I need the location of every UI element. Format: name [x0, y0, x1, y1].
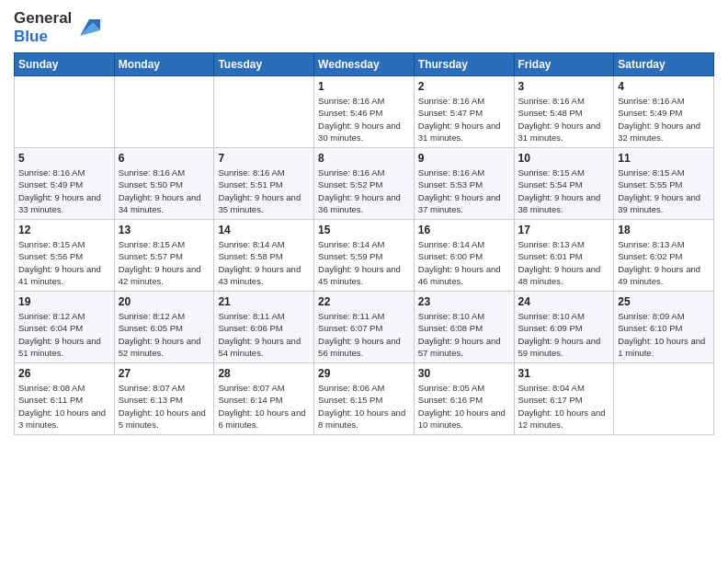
- calendar-cell: 18Sunrise: 8:13 AMSunset: 6:02 PMDayligh…: [614, 220, 714, 292]
- calendar-header: SundayMondayTuesdayWednesdayThursdayFrid…: [15, 53, 714, 76]
- day-number: 25: [618, 295, 710, 308]
- day-info: Sunrise: 8:16 AMSunset: 5:53 PMDaylight:…: [418, 167, 510, 215]
- day-info: Sunrise: 8:12 AMSunset: 6:05 PMDaylight:…: [119, 310, 210, 359]
- calendar-cell: 24Sunrise: 8:10 AMSunset: 6:09 PMDayligh…: [514, 292, 614, 363]
- calendar-cell: 23Sunrise: 8:10 AMSunset: 6:08 PMDayligh…: [414, 292, 514, 363]
- week-row-2: 12Sunrise: 8:15 AMSunset: 5:56 PMDayligh…: [15, 220, 714, 292]
- day-info: Sunrise: 8:08 AMSunset: 6:11 PMDaylight:…: [18, 382, 110, 431]
- day-info: Sunrise: 8:14 AMSunset: 6:00 PMDaylight:…: [418, 238, 510, 287]
- day-info: Sunrise: 8:06 AMSunset: 6:15 PMDaylight:…: [318, 382, 410, 431]
- day-number: 3: [518, 80, 610, 93]
- day-number: 21: [218, 295, 310, 308]
- day-number: 22: [318, 295, 410, 308]
- day-number: 16: [418, 224, 510, 236]
- day-number: 29: [318, 367, 410, 380]
- day-number: 23: [418, 295, 510, 308]
- calendar-cell: 14Sunrise: 8:14 AMSunset: 5:58 PMDayligh…: [214, 220, 314, 292]
- day-info: Sunrise: 8:16 AMSunset: 5:48 PMDaylight:…: [518, 95, 610, 144]
- weekday-header-wednesday: Wednesday: [314, 53, 415, 76]
- calendar-cell: 31Sunrise: 8:04 AMSunset: 6:17 PMDayligh…: [514, 363, 614, 435]
- day-number: 24: [518, 295, 610, 308]
- calendar-cell: 8Sunrise: 8:16 AMSunset: 5:52 PMDaylight…: [314, 148, 415, 220]
- calendar-cell: [114, 76, 214, 148]
- day-info: Sunrise: 8:15 AMSunset: 5:54 PMDaylight:…: [518, 167, 610, 215]
- calendar-cell: 9Sunrise: 8:16 AMSunset: 5:53 PMDaylight…: [414, 148, 514, 220]
- calendar-cell: 3Sunrise: 8:16 AMSunset: 5:48 PMDaylight…: [514, 76, 614, 148]
- day-number: 2: [418, 80, 510, 93]
- calendar-cell: 29Sunrise: 8:06 AMSunset: 6:15 PMDayligh…: [314, 363, 415, 435]
- day-number: 30: [418, 367, 510, 380]
- calendar-table: SundayMondayTuesdayWednesdayThursdayFrid…: [14, 52, 714, 435]
- calendar-cell: 28Sunrise: 8:07 AMSunset: 6:14 PMDayligh…: [214, 363, 314, 435]
- calendar-cell: 25Sunrise: 8:09 AMSunset: 6:10 PMDayligh…: [614, 292, 714, 363]
- calendar-cell: 15Sunrise: 8:14 AMSunset: 5:59 PMDayligh…: [314, 220, 415, 292]
- calendar-cell: [614, 363, 714, 435]
- weekday-header-sunday: Sunday: [15, 53, 115, 76]
- day-number: 19: [18, 295, 110, 308]
- calendar-cell: 12Sunrise: 8:15 AMSunset: 5:56 PMDayligh…: [15, 220, 115, 292]
- week-row-4: 26Sunrise: 8:08 AMSunset: 6:11 PMDayligh…: [15, 363, 714, 435]
- weekday-header-monday: Monday: [114, 53, 214, 76]
- logo-general: General: [14, 9, 72, 28]
- calendar-cell: 27Sunrise: 8:07 AMSunset: 6:13 PMDayligh…: [114, 363, 214, 435]
- day-number: 1: [318, 80, 410, 93]
- day-info: Sunrise: 8:07 AMSunset: 6:13 PMDaylight:…: [119, 382, 210, 431]
- day-info: Sunrise: 8:11 AMSunset: 6:07 PMDaylight:…: [318, 310, 410, 359]
- calendar-cell: [15, 76, 115, 148]
- day-number: 20: [119, 295, 210, 308]
- day-number: 28: [218, 367, 310, 380]
- day-info: Sunrise: 8:10 AMSunset: 6:08 PMDaylight:…: [418, 310, 510, 359]
- calendar-cell: 22Sunrise: 8:11 AMSunset: 6:07 PMDayligh…: [314, 292, 415, 363]
- day-info: Sunrise: 8:16 AMSunset: 5:47 PMDaylight:…: [418, 95, 510, 144]
- calendar-cell: 17Sunrise: 8:13 AMSunset: 6:01 PMDayligh…: [514, 220, 614, 292]
- weekday-header-friday: Friday: [514, 53, 614, 76]
- day-number: 26: [18, 367, 110, 380]
- logo: General Blue: [14, 9, 102, 45]
- calendar-cell: [214, 76, 314, 148]
- calendar-cell: 11Sunrise: 8:15 AMSunset: 5:55 PMDayligh…: [614, 148, 714, 220]
- weekday-header-row: SundayMondayTuesdayWednesdayThursdayFrid…: [15, 53, 714, 76]
- calendar-cell: 6Sunrise: 8:16 AMSunset: 5:50 PMDaylight…: [114, 148, 214, 220]
- day-info: Sunrise: 8:09 AMSunset: 6:10 PMDaylight:…: [618, 310, 710, 359]
- logo-icon: [74, 14, 102, 41]
- day-info: Sunrise: 8:16 AMSunset: 5:49 PMDaylight:…: [618, 95, 710, 144]
- day-number: 18: [618, 224, 710, 236]
- day-number: 4: [618, 80, 710, 93]
- day-number: 5: [18, 152, 110, 165]
- day-number: 15: [318, 224, 410, 236]
- day-info: Sunrise: 8:11 AMSunset: 6:06 PMDaylight:…: [218, 310, 310, 359]
- weekday-header-thursday: Thursday: [414, 53, 514, 76]
- day-info: Sunrise: 8:14 AMSunset: 5:59 PMDaylight:…: [318, 238, 410, 287]
- day-number: 12: [18, 224, 110, 236]
- calendar-cell: 19Sunrise: 8:12 AMSunset: 6:04 PMDayligh…: [15, 292, 115, 363]
- day-number: 13: [119, 224, 210, 236]
- day-info: Sunrise: 8:15 AMSunset: 5:55 PMDaylight:…: [618, 167, 710, 215]
- weekday-header-tuesday: Tuesday: [214, 53, 314, 76]
- calendar-cell: 26Sunrise: 8:08 AMSunset: 6:11 PMDayligh…: [15, 363, 115, 435]
- day-info: Sunrise: 8:13 AMSunset: 6:01 PMDaylight:…: [518, 238, 610, 287]
- header: General Blue: [14, 9, 714, 45]
- day-info: Sunrise: 8:10 AMSunset: 6:09 PMDaylight:…: [518, 310, 610, 359]
- week-row-3: 19Sunrise: 8:12 AMSunset: 6:04 PMDayligh…: [15, 292, 714, 363]
- logo-blue: Blue: [14, 28, 72, 46]
- calendar-cell: 16Sunrise: 8:14 AMSunset: 6:00 PMDayligh…: [414, 220, 514, 292]
- calendar-cell: 1Sunrise: 8:16 AMSunset: 5:46 PMDaylight…: [314, 76, 415, 148]
- day-number: 17: [518, 224, 610, 236]
- calendar-cell: 20Sunrise: 8:12 AMSunset: 6:05 PMDayligh…: [114, 292, 214, 363]
- weekday-header-saturday: Saturday: [614, 53, 714, 76]
- week-row-0: 1Sunrise: 8:16 AMSunset: 5:46 PMDaylight…: [15, 76, 714, 148]
- day-number: 6: [119, 152, 210, 165]
- day-info: Sunrise: 8:05 AMSunset: 6:16 PMDaylight:…: [418, 382, 510, 431]
- calendar-cell: 5Sunrise: 8:16 AMSunset: 5:49 PMDaylight…: [15, 148, 115, 220]
- day-number: 11: [618, 152, 710, 165]
- day-info: Sunrise: 8:07 AMSunset: 6:14 PMDaylight:…: [218, 382, 310, 431]
- page: General Blue SundayMondayTuesdayWednesda…: [0, 0, 728, 563]
- day-info: Sunrise: 8:16 AMSunset: 5:52 PMDaylight:…: [318, 167, 410, 215]
- day-number: 9: [418, 152, 510, 165]
- day-info: Sunrise: 8:15 AMSunset: 5:56 PMDaylight:…: [18, 238, 110, 287]
- day-info: Sunrise: 8:15 AMSunset: 5:57 PMDaylight:…: [119, 238, 210, 287]
- day-number: 31: [518, 367, 610, 380]
- calendar-body: 1Sunrise: 8:16 AMSunset: 5:46 PMDaylight…: [15, 76, 714, 435]
- day-info: Sunrise: 8:16 AMSunset: 5:50 PMDaylight:…: [119, 167, 210, 215]
- day-number: 8: [318, 152, 410, 165]
